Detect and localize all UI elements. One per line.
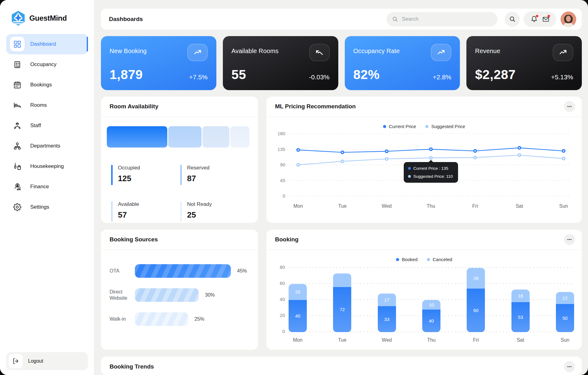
room-availability-body: Occupied125Reserved87Available57Not Read… — [101, 117, 258, 222]
more-options-button[interactable] — [564, 361, 575, 372]
stat-value: $2,287 — [475, 67, 515, 82]
topbar: Dashboards — [101, 9, 582, 30]
more-options-button[interactable] — [564, 101, 575, 112]
line-chart-legend: Current PriceSuggested Price — [266, 123, 582, 131]
canceled-segment: 16 — [511, 290, 530, 302]
sidebar-item-settings[interactable]: Settings — [6, 197, 88, 217]
x-axis-label: Mon — [289, 337, 307, 343]
search-field — [386, 12, 498, 27]
sidebar-item-label: Dashboard — [30, 41, 56, 47]
tooltip-dot-icon — [408, 167, 411, 170]
segment-value: 10 — [429, 302, 434, 307]
notification-dot — [548, 15, 550, 17]
legend-item: Booked — [396, 257, 418, 262]
x-axis-label: Thu — [422, 337, 440, 343]
source-row-ota: OTA45% — [110, 264, 249, 278]
sidebar-item-housekeeping[interactable]: Housekeeping — [6, 156, 88, 177]
bars-row: 20407217331040286016531250 — [289, 268, 574, 332]
sidebar-item-label: Housekeeping — [30, 163, 64, 169]
booking-trends-card: Booking Trends — [101, 356, 582, 375]
sidebar-item-finance[interactable]: Finance — [6, 177, 88, 197]
segment-value: 50 — [562, 315, 568, 321]
segment-value: 33 — [384, 317, 390, 322]
sidebar-item-staff[interactable]: Staff — [6, 115, 88, 136]
bar-chart-legend: BookedCanceled — [266, 256, 582, 264]
app-window: GuestMind DashboardOccupancyBookingsRoom… — [0, 0, 588, 375]
svg-text:45: 45 — [280, 177, 285, 183]
stat-value: 55 — [231, 67, 246, 82]
card-header: Room Availability — [101, 97, 258, 117]
settings-icon — [10, 200, 25, 215]
room-availability-bar — [107, 126, 249, 148]
stat-delta: -0.03% — [309, 73, 330, 81]
svg-text:Tue: Tue — [338, 203, 347, 209]
notifications-button[interactable] — [528, 13, 540, 25]
stat-label: Not Ready — [187, 201, 212, 207]
legend-item: Canceled — [427, 257, 452, 262]
y-axis-label: 40 — [273, 297, 285, 302]
sidebar-item-departments[interactable]: Departments — [6, 136, 88, 156]
sidebar-item-label: Departments — [30, 143, 60, 149]
tooltip-text: Suggested Price: 110 — [413, 174, 453, 179]
trend-up-icon — [187, 44, 208, 61]
segment-value: 53 — [518, 315, 523, 320]
svg-text:90: 90 — [280, 162, 285, 167]
stat-value: 57 — [118, 210, 139, 220]
source-bar — [135, 312, 188, 326]
finance-icon — [10, 179, 25, 194]
segment-value: 12 — [562, 295, 568, 301]
svg-text:Fri: Fri — [472, 203, 478, 209]
booking-card: Booking BookedCanceled 02040608020407217… — [266, 230, 582, 350]
booked-segment: 50 — [556, 304, 574, 332]
source-row-walk-in: Walk-in25% — [110, 312, 249, 326]
logout-button[interactable]: Logout — [6, 352, 88, 370]
stat-delta: +7.5% — [189, 73, 208, 81]
user-avatar[interactable] — [561, 11, 576, 27]
stat-value: 25 — [187, 210, 212, 220]
stat-card-available-rooms: Available Rooms55-0.03% — [223, 36, 338, 90]
stat-title: Occupancy Rate — [353, 48, 400, 55]
x-axis-label: Tue — [333, 337, 351, 343]
availability-segment-not-ready — [230, 126, 249, 148]
room-availability-card: Room Availability Occupied125Reserved87A… — [101, 97, 258, 223]
main-content: Dashboards — [94, 0, 588, 375]
rooms-icon — [10, 98, 25, 113]
search-input[interactable] — [402, 16, 488, 22]
messages-button[interactable] — [540, 13, 552, 25]
sidebar-item-occupancy[interactable]: Occupancy — [6, 54, 88, 75]
bar-sat: 1653 — [511, 290, 530, 332]
legend-item: Suggested Price — [425, 124, 465, 129]
sidebar-item-bookings[interactable]: Bookings — [6, 75, 88, 95]
dashboard-icon — [10, 37, 25, 52]
trend-up-icon — [431, 44, 451, 61]
stats-row: New Booking1,879+7.5%Available Rooms55-0… — [101, 36, 582, 90]
sidebar: GuestMind DashboardOccupancyBookingsRoom… — [0, 0, 94, 375]
y-axis-label: 20 — [273, 313, 285, 318]
legend-dot-icon — [396, 258, 399, 261]
card-title: Booking — [275, 236, 298, 243]
booked-segment: 60 — [467, 289, 485, 332]
stat-accent-bar — [111, 201, 113, 222]
bar-thu: 1040 — [422, 300, 440, 332]
search-icon — [392, 16, 398, 22]
x-axis-label: Wed — [378, 337, 396, 343]
stat-label: Occupied — [118, 165, 140, 171]
svg-text:Mon: Mon — [293, 203, 303, 209]
segment-value: 17 — [384, 297, 390, 302]
bookings-icon — [10, 77, 25, 92]
search-button[interactable] — [505, 12, 520, 27]
sidebar-item-label: Settings — [30, 204, 49, 210]
source-label: Direct Website — [110, 289, 135, 301]
sidebar-item-dashboard[interactable]: Dashboard — [6, 34, 88, 54]
ml-pricing-card: ML Pricing Recommendation Current PriceS… — [266, 97, 582, 223]
brand-name: GuestMind — [29, 14, 67, 23]
stat-label: Available — [118, 201, 139, 207]
tooltip-text: Current Price : 135 — [413, 166, 448, 171]
stat-title: Revenue — [475, 48, 500, 55]
stat-card-new-booking: New Booking1,879+7.5% — [101, 36, 216, 90]
ellipsis-icon — [567, 237, 572, 242]
more-options-button[interactable] — [564, 234, 575, 245]
tooltip-dot-icon — [408, 175, 411, 178]
sidebar-item-rooms[interactable]: Rooms — [6, 95, 88, 115]
sidebar-item-label: Occupancy — [30, 61, 56, 68]
